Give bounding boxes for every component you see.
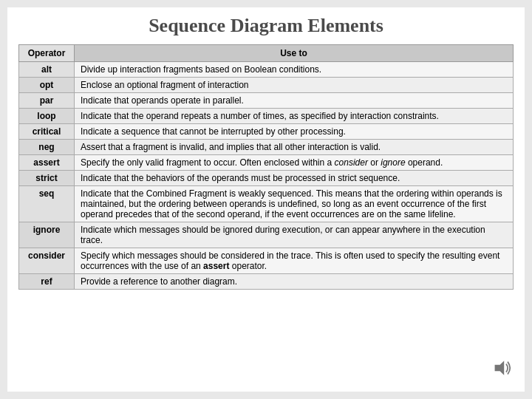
use-cell: Indicate that the behaviors of the opera… (75, 171, 514, 186)
col-header-operator: Operator (19, 45, 75, 62)
col-header-use: Use to (75, 45, 514, 62)
operator-cell: alt (19, 62, 75, 78)
operator-cell: seq (19, 186, 75, 222)
use-cell: Assert that a fragment is invalid, and i… (75, 140, 514, 155)
page-title: Sequence Diagram Elements (18, 15, 514, 37)
operator-cell: ignore (19, 222, 75, 248)
use-cell: Indicate that the Combined Fragment is w… (75, 186, 514, 222)
operator-cell: strict (19, 171, 75, 186)
use-cell: Enclose an optional fragment of interact… (75, 78, 514, 93)
operator-cell: opt (19, 78, 75, 93)
use-cell: Indicate a sequence that cannot be inter… (75, 124, 514, 140)
elements-table: Operator Use to altDivide up interaction… (18, 44, 514, 290)
operator-cell: critical (19, 124, 75, 140)
use-cell: Provide a reference to another diagram. (75, 274, 514, 290)
operator-cell: assert (19, 155, 75, 171)
slide-container: Sequence Diagram Elements Operator Use t… (7, 7, 525, 392)
use-cell: Indicate that the operand repeats a numb… (75, 109, 514, 124)
operator-cell: consider (19, 248, 75, 274)
operator-cell: ref (19, 274, 75, 290)
operator-cell: loop (19, 109, 75, 124)
use-cell: Specify which messages should be conside… (75, 248, 514, 274)
use-cell: Specify the only valid fragment to occur… (75, 155, 514, 171)
svg-marker-0 (495, 361, 505, 375)
speaker-icon[interactable] (491, 358, 511, 378)
operator-cell: par (19, 93, 75, 109)
use-cell: Indicate that operands operate in parall… (75, 93, 514, 109)
use-cell: Indicate which messages should be ignore… (75, 222, 514, 248)
operator-cell: neg (19, 140, 75, 155)
use-cell: Divide up interaction fragments based on… (75, 62, 514, 78)
